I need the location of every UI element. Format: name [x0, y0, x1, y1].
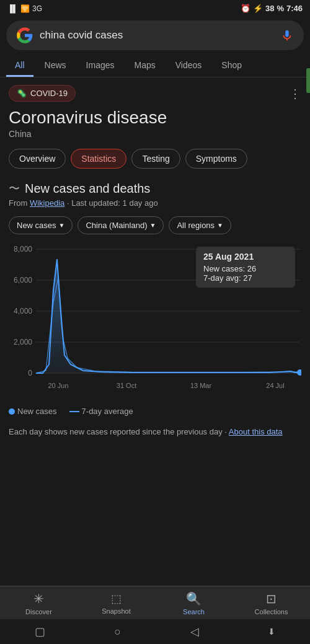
search-bar[interactable]: china covid cases [6, 20, 304, 50]
status-bar: ▐▌ 🛜 3G ⏰ ⚡ 38% 7:46 [0, 0, 310, 15]
legend-avg-label: 7-day average [82, 407, 133, 416]
pill-statistics[interactable]: Statistics [71, 149, 126, 169]
tooltip-avg: 7-day avg: 27 [203, 273, 288, 283]
nav-discover[interactable]: ✳ Discover [0, 591, 78, 615]
tab-images[interactable]: Images [78, 55, 123, 77]
google-logo [16, 27, 33, 44]
new-cases-dot [9, 408, 15, 415]
recent-apps-button[interactable]: ▢ [35, 625, 45, 638]
alarm-icon: ⏰ [241, 4, 250, 13]
chart-legend: New cases 7-day average [0, 402, 310, 420]
time-display: 7:46 [286, 4, 303, 13]
tab-videos[interactable]: Videos [167, 55, 211, 77]
tooltip-avg-value: 27 [243, 273, 252, 283]
more-options-icon[interactable]: ⋮ [289, 86, 301, 101]
filter-metric[interactable]: New cases ▼ [9, 216, 73, 234]
disease-title: Coronavirus disease [0, 105, 310, 129]
network-type: 3G [32, 4, 42, 13]
wave-icon: 〜 [9, 181, 20, 196]
back-button[interactable]: ◁ [190, 625, 199, 638]
svg-text:4,000: 4,000 [14, 307, 32, 315]
screenshot-button[interactable]: ⬇ [268, 627, 275, 637]
filter-scope[interactable]: All regions ▼ [169, 216, 231, 234]
signal-icon: ▐▌ [7, 4, 18, 13]
pill-overview[interactable]: Overview [9, 149, 66, 169]
tab-shop[interactable]: Shop [213, 55, 250, 77]
tab-maps[interactable]: Maps [126, 55, 164, 77]
pill-testing[interactable]: Testing [131, 149, 180, 169]
nav-snapshot[interactable]: ⬚ Snapshot [78, 592, 155, 615]
chart-section-header: 〜 New cases and deaths [0, 176, 310, 197]
status-right: ⏰ ⚡ 38% 7:46 [241, 4, 303, 13]
discover-label: Discover [25, 608, 52, 615]
battery-icon: 38 [265, 4, 274, 13]
svg-text:20 Jun: 20 Jun [48, 382, 68, 389]
category-pills: Overview Statistics Testing Symptoms [0, 145, 310, 176]
about-description: Each day shows new cases reported since … [9, 427, 227, 436]
about-text: Each day shows new cases reported since … [0, 420, 310, 442]
svg-text:0: 0 [28, 369, 32, 377]
tooltip-cases: New cases: 26 [203, 264, 288, 273]
search-icon: 🔍 [186, 591, 202, 606]
source-link[interactable]: Wikipedia [30, 198, 64, 208]
filter-region[interactable]: China (Mainland) ▼ [78, 216, 164, 234]
bottom-nav: ✳ Discover ⬚ Snapshot 🔍 Search ⊡ Collect… [0, 586, 310, 619]
snapshot-label: Snapshot [102, 607, 130, 615]
source-extra: · Last updated: 1 day ago [67, 198, 158, 208]
discover-icon: ✳ [33, 591, 44, 606]
source-line: From Wikipedia · Last updated: 1 day ago [0, 197, 310, 214]
chart-current-dot [297, 369, 301, 376]
home-button[interactable]: ○ [114, 625, 121, 638]
avg-line [69, 411, 79, 412]
svg-text:24 Jul: 24 Jul [266, 382, 284, 389]
wifi-icon: 🛜 [20, 4, 30, 13]
nav-collections[interactable]: ⊡ Collections [232, 591, 310, 615]
collections-label: Collections [255, 608, 288, 615]
snapshot-icon: ⬚ [111, 592, 122, 606]
chart-tooltip: 25 Aug 2021 New cases: 26 7-day avg: 27 [196, 247, 295, 288]
covid-label: COVID-19 [30, 89, 68, 98]
system-nav: ▢ ○ ◁ ⬇ [0, 619, 310, 644]
pill-symptoms[interactable]: Symptoms [185, 149, 247, 169]
svg-text:6,000: 6,000 [14, 276, 32, 285]
legend-new-cases: New cases [9, 407, 57, 416]
about-link[interactable]: About this data [229, 427, 283, 436]
legend-new-cases-label: New cases [17, 407, 57, 416]
tab-news[interactable]: News [36, 55, 75, 77]
svg-text:13 Mar: 13 Mar [190, 382, 212, 389]
filter-scope-label: All regions [177, 221, 215, 230]
collections-icon: ⊡ [266, 591, 277, 606]
svg-text:2,000: 2,000 [14, 338, 32, 346]
main-content: 🦠 COVID-19 ⋮ Coronavirus disease China O… [0, 77, 310, 442]
filter-region-label: China (Mainland) [86, 221, 147, 230]
chart-container: 25 Aug 2021 New cases: 26 7-day avg: 27 … [9, 240, 301, 402]
svg-text:8,000: 8,000 [14, 245, 32, 254]
chart-filters: New cases ▼ China (Mainland) ▼ All regio… [0, 214, 310, 240]
tab-all[interactable]: All [6, 55, 33, 77]
nav-search[interactable]: 🔍 Search [155, 591, 232, 615]
search-label: Search [183, 608, 205, 615]
dropdown-arrow-icon-3: ▼ [217, 222, 223, 229]
covid-badge-row: 🦠 COVID-19 ⋮ [0, 77, 310, 105]
tooltip-cases-label: New cases: [203, 264, 245, 273]
tooltip-avg-label: 7-day avg: [203, 273, 241, 283]
status-left: ▐▌ 🛜 3G [7, 4, 42, 13]
bluetooth-icon: ⚡ [253, 4, 263, 13]
volume-indicator [306, 68, 310, 93]
search-query: china covid cases [40, 29, 274, 42]
covid-emoji: 🦠 [17, 89, 27, 98]
mic-icon[interactable] [280, 29, 294, 42]
tooltip-date: 25 Aug 2021 [203, 252, 288, 262]
tooltip-cases-value: 26 [247, 264, 256, 273]
nav-tabs: All News Images Maps Videos Shop [0, 55, 310, 77]
svg-text:31 Oct: 31 Oct [117, 382, 136, 389]
filter-metric-label: New cases [17, 221, 56, 230]
source-prefix: From [9, 198, 30, 208]
chart-avg-line [36, 278, 300, 373]
dropdown-arrow-icon: ▼ [59, 222, 65, 229]
covid-badge: 🦠 COVID-19 [9, 85, 76, 102]
disease-location: China [0, 129, 310, 145]
dropdown-arrow-icon-2: ▼ [149, 222, 156, 229]
legend-avg: 7-day average [69, 407, 133, 416]
chart-title: New cases and deaths [25, 182, 150, 196]
